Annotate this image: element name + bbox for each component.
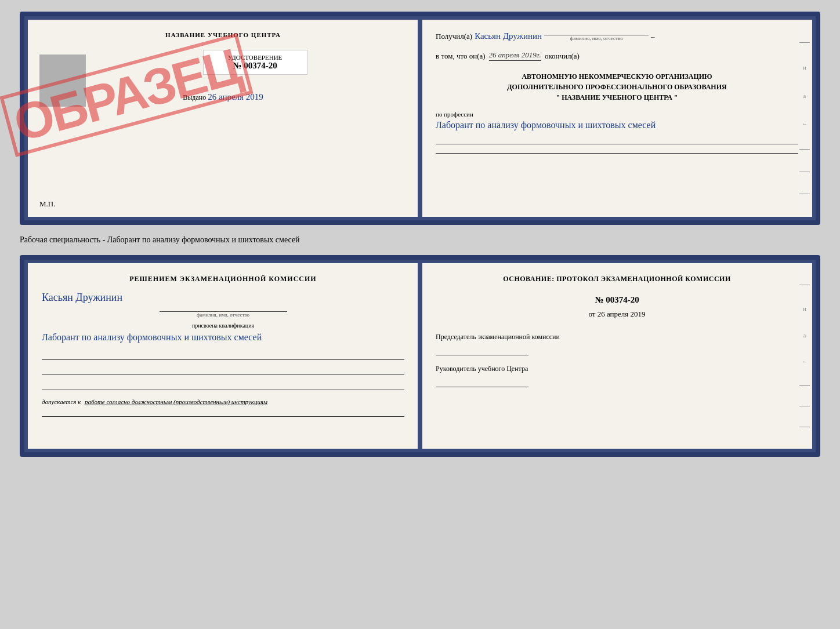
name-sub: фамилия, имя, отчество xyxy=(197,312,249,318)
cert-id-label: УДОСТОВЕРЕНИЕ xyxy=(211,54,300,61)
chairman-sig-line xyxy=(436,344,528,355)
profession-block: по профессии Лаборант по анализу формово… xyxy=(436,111,798,154)
qualification-text: Лаборант по анализу формовочных и шихтов… xyxy=(42,330,404,345)
allowed-prefix: допускается к xyxy=(42,398,81,405)
org-line3: " НАЗВАНИЕ УЧЕБНОГО ЦЕНТРА " xyxy=(436,92,798,103)
certificate-book-bottom: Решением экзаменационной комиссии Касьян… xyxy=(20,255,820,457)
org-line2: ДОПОЛНИТЕЛЬНОГО ПРОФЕССИОНАЛЬНОГО ОБРАЗО… xyxy=(436,82,798,92)
side-decoration: и а ← xyxy=(799,20,810,217)
name-line: Касьян Дружинин фамилия, имя, отчество xyxy=(42,292,404,318)
profession-label: по профессии xyxy=(436,111,798,118)
org-block: АВТОНОМНУЮ НЕКОММЕРЧЕСКУЮ ОРГАНИЗАЦИЮ ДО… xyxy=(436,71,798,103)
page-container: НАЗВАНИЕ УЧЕБНОГО ЦЕНТРА УДОСТОВЕРЕНИЕ №… xyxy=(20,12,820,457)
protocol-date-value: 26 апреля 2019 xyxy=(598,310,646,318)
allowed-block: допускается к работе согласно должностны… xyxy=(42,398,404,405)
date-prefix: в том, что он(а) xyxy=(436,52,486,61)
issued-label: Выдано xyxy=(183,93,206,101)
allowed-text: работе согласно должностным (производств… xyxy=(85,398,267,405)
recipient-line: Получил(а) Касьян Дружинин фамилия, имя,… xyxy=(436,31,798,41)
qualification-label: присвоена квалификация xyxy=(42,322,404,329)
director-sig-line xyxy=(436,376,528,387)
chairman-block: Председатель экзаменационной комиссии xyxy=(436,333,798,355)
certificate-book-top: НАЗВАНИЕ УЧЕБНОГО ЦЕНТРА УДОСТОВЕРЕНИЕ №… xyxy=(20,12,820,225)
profession-text: Лаборант по анализу формовочных и шихтов… xyxy=(436,118,798,133)
recipient-name: Касьян Дружинин xyxy=(475,31,542,41)
issued-date-value: 26 апреля 2019 xyxy=(208,92,263,101)
basis-title: Основание: протокол экзаменационной коми… xyxy=(436,275,798,283)
allowed-underline xyxy=(42,408,404,417)
dash1: – xyxy=(651,32,655,41)
underline2 xyxy=(42,366,404,375)
underline1 xyxy=(42,351,404,360)
decision-title: Решением экзаменационной комиссии xyxy=(42,275,404,283)
date-suffix: окончил(а) xyxy=(545,52,580,61)
protocol-date-prefix: от xyxy=(588,310,595,318)
recipient-prefix: Получил(а) xyxy=(436,32,472,41)
recipient-sub: фамилия, имя, отчество xyxy=(570,35,623,41)
director-label: Руководитель учебного Центра xyxy=(436,365,798,373)
cert-id-box: УДОСТОВЕРЕНИЕ № 00374-20 xyxy=(203,50,307,75)
org-line1: АВТОНОМНУЮ НЕКОММЕРЧЕСКУЮ ОРГАНИЗАЦИЮ xyxy=(436,71,798,82)
date-value: 26 апреля 2019г. xyxy=(489,50,541,61)
lower-left-page: Решением экзаменационной комиссии Касьян… xyxy=(28,263,419,449)
mp-label: М.П. xyxy=(39,199,55,209)
protocol-number: № 00374-20 xyxy=(436,295,798,305)
person-name: Касьян Дружинин xyxy=(42,292,122,303)
photo-placeholder xyxy=(39,54,86,107)
cert-right-page: Получил(а) Касьян Дружинин фамилия, имя,… xyxy=(422,20,812,217)
lower-right-page: Основание: протокол экзаменационной коми… xyxy=(422,263,812,449)
date-line: в том, что он(а) 26 апреля 2019г. окончи… xyxy=(436,50,798,61)
cert-left-page: НАЗВАНИЕ УЧЕБНОГО ЦЕНТРА УДОСТОВЕРЕНИЕ №… xyxy=(28,20,419,217)
chairman-label: Председатель экзаменационной комиссии xyxy=(436,333,798,341)
issued-date-block: Выдано 26 апреля 2019 xyxy=(42,92,404,102)
cert-title: НАЗВАНИЕ УЧЕБНОГО ЦЕНТРА xyxy=(42,31,404,38)
protocol-date: от 26 апреля 2019 xyxy=(436,310,798,319)
side-decoration-bottom: и а ← xyxy=(799,263,810,449)
cert-id-number: № 00374-20 xyxy=(211,61,300,71)
director-block: Руководитель учебного Центра xyxy=(436,365,798,387)
specialty-line: Рабочая специальность - Лаборант по анал… xyxy=(20,232,820,248)
underline3 xyxy=(42,381,404,390)
